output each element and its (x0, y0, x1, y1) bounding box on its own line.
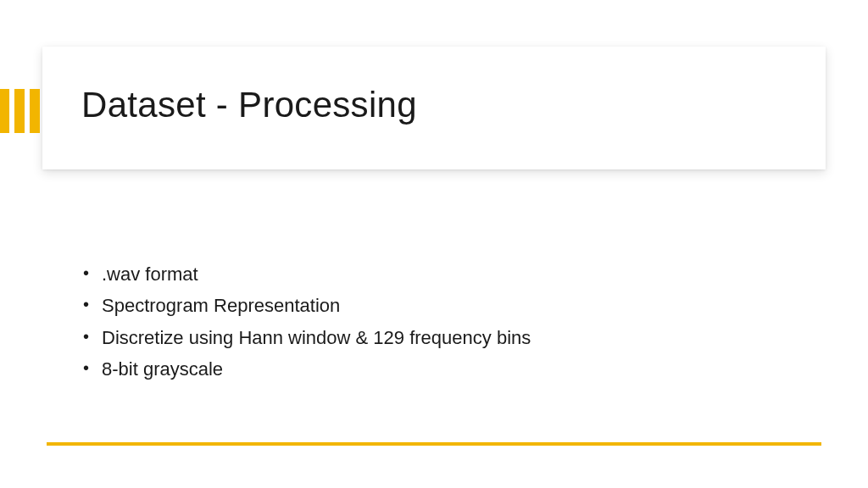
bullet-item: 8-bit grayscale (81, 353, 817, 385)
accent-bar (0, 89, 9, 133)
bullet-item: Spectrogram Representation (81, 290, 817, 321)
content-list: .wav format Spectrogram Representation D… (81, 258, 817, 385)
accent-bar (14, 89, 25, 133)
bullet-item: Discretize using Hann window & 129 frequ… (81, 322, 817, 353)
accent-bar (30, 89, 40, 133)
accent-bars (0, 89, 40, 133)
bullet-item: .wav format (81, 258, 817, 290)
slide-title: Dataset - Processing (81, 85, 417, 125)
bottom-rule (47, 442, 821, 446)
